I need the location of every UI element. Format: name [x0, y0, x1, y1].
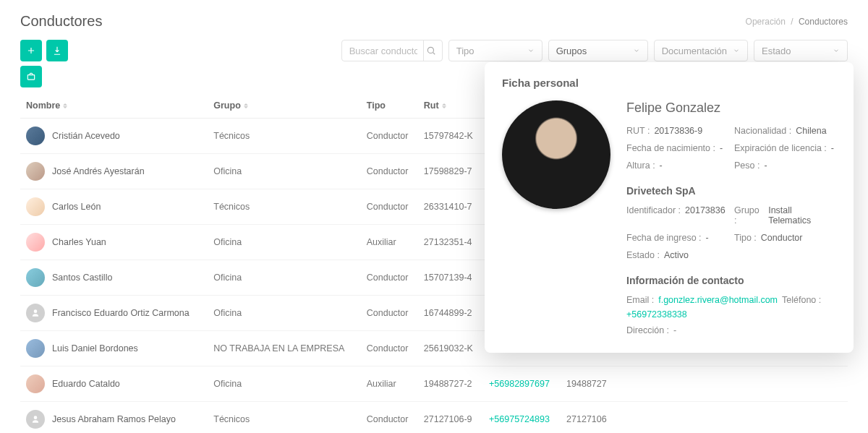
- driver-popover: Ficha personal Felipe Gonzalez RUT :2017…: [485, 62, 854, 353]
- avatar: [26, 268, 45, 287]
- chevron-down-icon: [527, 47, 535, 54]
- avatar: [26, 374, 45, 393]
- driver-group: Oficina: [208, 225, 360, 260]
- avatar: [26, 339, 45, 358]
- svg-point-1: [428, 47, 434, 53]
- chevron-down-icon: [833, 47, 840, 54]
- avatar: [502, 100, 610, 209]
- driver-type: Conductor: [361, 402, 418, 434]
- page-title: Conductores: [20, 13, 102, 30]
- driver-rut: 27127106-9: [418, 402, 483, 434]
- driver-name: Francisco Eduardo Ortiz Carmona: [52, 308, 190, 318]
- breadcrumb: Operación / Conductores: [746, 17, 848, 27]
- driver-rut: 15707139-4: [418, 260, 483, 296]
- col-tipo[interactable]: Tipo: [361, 93, 418, 119]
- svg-rect-0: [27, 75, 34, 80]
- driver-group: Oficina: [208, 296, 360, 331]
- company-name: Drivetech SpA: [626, 185, 836, 197]
- filter-documentacion[interactable]: Documentación: [654, 40, 748, 61]
- driver-type: Auxiliar: [361, 366, 418, 402]
- search-input[interactable]: [349, 46, 417, 56]
- driver-rut: 26331410-7: [418, 189, 483, 225]
- contact-section-title: Información de contacto: [626, 275, 836, 286]
- phone-link[interactable]: +56972338338: [626, 309, 687, 320]
- briefcase-icon: [26, 72, 36, 82]
- download-icon: [52, 46, 62, 56]
- driver-id: 27127106: [561, 402, 616, 434]
- driver-type: Conductor: [361, 154, 418, 189]
- driver-group: Oficina: [208, 366, 360, 402]
- email-link[interactable]: f.gonzlez.rivera@hotmail.com: [658, 295, 778, 305]
- avatar: [26, 233, 45, 252]
- driver-group: Oficina: [208, 154, 360, 189]
- archive-button[interactable]: [20, 66, 42, 87]
- driver-phone[interactable]: +56975724893: [483, 402, 561, 434]
- search-icon: [426, 46, 436, 56]
- driver-group: Técnicos: [208, 402, 360, 434]
- download-button[interactable]: [46, 40, 68, 61]
- driver-group: Técnicos: [208, 189, 360, 225]
- col-grupo[interactable]: Grupo: [208, 93, 360, 119]
- driver-name: Eduardo Cataldo: [52, 379, 120, 389]
- driver-name: Carlos León: [52, 202, 101, 212]
- driver-rut: 16744899-2: [418, 296, 483, 331]
- search-button[interactable]: [423, 40, 439, 61]
- driver-group: Técnicos: [208, 119, 360, 154]
- driver-name: Santos Castillo: [52, 273, 112, 283]
- driver-group: Oficina: [208, 260, 360, 296]
- driver-type: Conductor: [361, 119, 418, 154]
- chevron-down-icon: [733, 47, 740, 54]
- plus-icon: [26, 46, 36, 56]
- driver-type: Conductor: [361, 189, 418, 225]
- avatar: [26, 304, 45, 322]
- add-button[interactable]: [20, 40, 42, 61]
- driver-phone[interactable]: +56982897697: [483, 366, 561, 402]
- driver-name: Charles Yuan: [52, 237, 106, 247]
- chevron-down-icon: [633, 47, 640, 54]
- driver-id: 19488727: [561, 366, 616, 402]
- breadcrumb-current: Conductores: [799, 17, 848, 27]
- filter-grupos[interactable]: Grupos: [548, 40, 648, 61]
- avatar: [26, 197, 45, 216]
- avatar: [26, 127, 45, 145]
- col-nombre[interactable]: Nombre: [20, 93, 208, 119]
- breadcrumb-parent[interactable]: Operación: [746, 17, 786, 27]
- driver-rut: 17598829-7: [418, 154, 483, 189]
- table-row[interactable]: Jesus Abraham Ramos Pelayo Técnicos Cond…: [20, 402, 848, 434]
- driver-rut: 27132351-4: [418, 225, 483, 260]
- col-rut[interactable]: Rut: [418, 93, 483, 119]
- driver-rut: 19488727-2: [418, 366, 483, 402]
- search-box[interactable]: [341, 40, 443, 61]
- driver-rut: 25619032-K: [418, 331, 483, 366]
- driver-type: Conductor: [361, 260, 418, 296]
- driver-type: Conductor: [361, 331, 418, 366]
- driver-name: Luis Daniel Bordones: [52, 343, 138, 353]
- avatar: [26, 410, 45, 429]
- filter-estado[interactable]: Estado: [754, 40, 848, 61]
- driver-name: Jesus Abraham Ramos Pelayo: [52, 414, 176, 424]
- table-row[interactable]: Eduardo Cataldo Oficina Auxiliar 1948872…: [20, 366, 848, 402]
- driver-name: Cristián Acevedo: [52, 131, 120, 141]
- driver-group: NO TRABAJA EN LA EMPRESA: [208, 331, 360, 366]
- filter-tipo[interactable]: Tipo: [448, 40, 542, 61]
- avatar: [26, 162, 45, 181]
- person-name: Felipe Gonzalez: [626, 100, 836, 116]
- driver-name: José Andrés Ayestarán: [52, 166, 145, 176]
- driver-type: Auxiliar: [361, 225, 418, 260]
- driver-rut: 15797842-K: [418, 119, 483, 154]
- popover-title: Ficha personal: [502, 77, 836, 89]
- driver-type: Conductor: [361, 296, 418, 331]
